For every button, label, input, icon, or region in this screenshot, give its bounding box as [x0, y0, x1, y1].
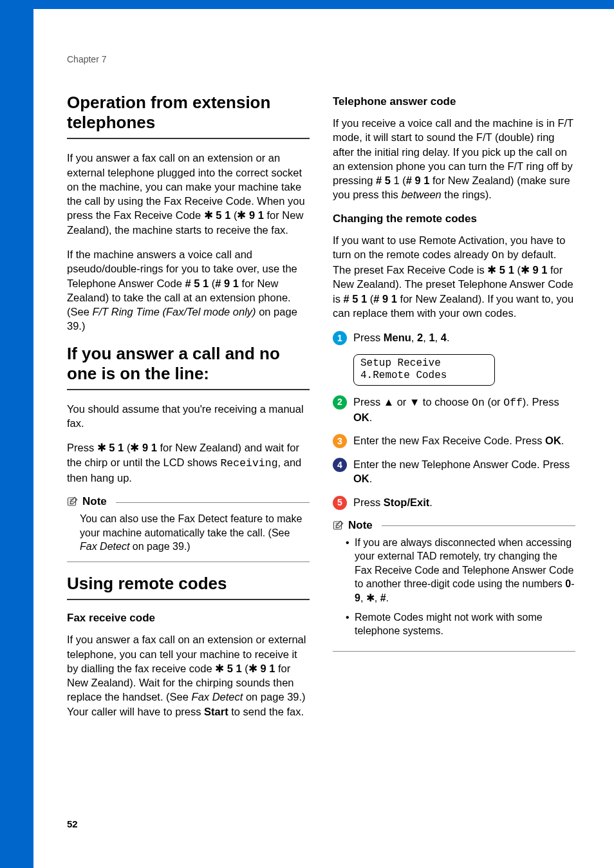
- t: Press: [353, 332, 384, 343]
- t: 9: [355, 592, 360, 603]
- heading-answer-call: If you answer a call and no one is on th…: [67, 344, 310, 384]
- subhead-fax-receive: Fax receive code: [67, 612, 310, 625]
- page-number: 52: [67, 818, 78, 829]
- t: ). Press: [523, 396, 559, 408]
- para-op-1: If you answer a fax call on an extension…: [67, 151, 310, 237]
- para-ans-1: You should assume that you're receiving …: [67, 402, 310, 431]
- lcd-line-1: Setup Receive: [360, 357, 488, 370]
- lcd-display: Setup Receive 4.Remote Codes: [353, 354, 495, 385]
- t: 9 1: [139, 442, 157, 453]
- star-icon: ✱: [97, 442, 106, 453]
- step-text: Enter the new Fax Receive Code. Press OK…: [353, 433, 575, 448]
- step-number-icon: 5: [333, 496, 347, 510]
- rule: [333, 651, 575, 652]
- note-label: Note: [82, 495, 107, 508]
- para-op-2: If the machine answers a voice call and …: [67, 247, 310, 334]
- note-body: You can also use the Fax Detect feature …: [67, 508, 310, 559]
- t: 1: [429, 332, 434, 343]
- step-number-icon: 3: [333, 434, 347, 448]
- t: If you are always disconnected when acce…: [355, 537, 573, 590]
- t: ,: [375, 592, 380, 603]
- t: 9 1: [246, 209, 264, 221]
- star-icon: ✱: [130, 442, 139, 453]
- step-text: Press ▲ or ▼ to choose On (or Off). Pres…: [353, 395, 575, 425]
- step-text: Press Stop/Exit.: [353, 495, 575, 509]
- t: You can also use the Fax Detect feature …: [80, 513, 302, 538]
- t: # 5: [376, 175, 391, 186]
- rule: [67, 389, 310, 390]
- note-head: Note: [67, 495, 310, 508]
- step-number-icon: 1: [333, 331, 347, 345]
- star-icon: ✱: [248, 663, 257, 674]
- t: ,: [360, 592, 366, 603]
- subhead-tel-answer: Telephone answer code: [333, 95, 575, 108]
- t: #: [380, 592, 386, 603]
- t: .: [386, 592, 389, 603]
- t: ,: [435, 332, 441, 343]
- t: # 9 1: [406, 175, 430, 186]
- note-block: Note If you are always disconnected when…: [333, 519, 575, 652]
- t: ,: [423, 332, 429, 343]
- t: On: [492, 249, 505, 261]
- t: Receiving: [220, 457, 277, 469]
- para-fax-rc: If you answer a fax call on an extension…: [67, 632, 310, 719]
- note-line: [382, 525, 575, 526]
- t: Enter the new Telephone Answer Code. Pre…: [353, 458, 570, 470]
- t: .: [429, 496, 433, 508]
- step-5: 5 Press Stop/Exit.: [333, 495, 575, 510]
- t: .: [447, 332, 450, 343]
- right-column: Telephone answer code If you receive a v…: [333, 93, 575, 729]
- star-icon: ✱: [487, 264, 496, 276]
- columns: Operation from extension telephones If y…: [67, 93, 575, 729]
- t: 5 1: [496, 264, 514, 276]
- t: # 5 1: [344, 293, 367, 305]
- step-4: 4 Enter the new Telephone Answer Code. P…: [333, 457, 575, 486]
- t: Fax Detect: [80, 541, 129, 552]
- t: (: [367, 293, 373, 305]
- t: the rings).: [442, 189, 492, 200]
- t: 0: [565, 578, 571, 589]
- star-icon: ✱: [521, 264, 530, 276]
- page: Chapter 7 Operation from extension telep…: [0, 0, 614, 868]
- lcd-line-2: 4.Remote Codes: [360, 370, 488, 382]
- t: (: [209, 278, 215, 289]
- t: .: [369, 411, 373, 423]
- note-label: Note: [348, 519, 373, 532]
- t: to send the fax.: [228, 706, 304, 717]
- step-text: Press Menu, 2, 1, 4.: [353, 330, 575, 344]
- step-1: 1 Press Menu, 2, 1, 4.: [333, 330, 575, 345]
- t: # 9 1: [215, 278, 239, 289]
- t: OK: [353, 411, 369, 423]
- step-2: 2 Press ▲ or ▼ to choose On (or Off). Pr…: [333, 395, 575, 425]
- t: Stop/Exit: [384, 496, 430, 508]
- star-icon: ✱: [215, 663, 224, 674]
- rule: [67, 138, 310, 139]
- t: 4: [441, 332, 447, 343]
- para-change: If you want to use Remote Activation, yo…: [333, 233, 575, 321]
- t: 5 1: [224, 663, 242, 674]
- t: 1 (: [391, 175, 406, 186]
- t: between: [401, 189, 441, 200]
- t: Menu: [384, 332, 411, 343]
- note-head: Note: [333, 519, 575, 532]
- t: Start: [204, 706, 228, 717]
- t: (: [124, 442, 130, 453]
- t: Fax Detect: [192, 691, 243, 703]
- step-text: Enter the new Telephone Answer Code. Pre…: [353, 457, 575, 486]
- para-ans-2: Press ✱ 5 1 (✱ 9 1 for New Zealand) and …: [67, 440, 310, 485]
- note-body: If you are always disconnected when acce…: [333, 532, 575, 648]
- note-line: [116, 502, 310, 503]
- step-number-icon: 2: [333, 395, 347, 410]
- t: 5 1: [213, 209, 231, 221]
- t: (: [230, 209, 237, 221]
- t: Press: [353, 496, 384, 508]
- t: Enter the new Fax Receive Code. Press: [353, 435, 545, 446]
- star-icon: ✱: [204, 209, 213, 221]
- t: # 9 1: [373, 293, 397, 305]
- t: ,: [411, 332, 417, 343]
- t: on page 39.): [129, 541, 190, 552]
- t: .: [561, 435, 564, 446]
- t: F/T Ring Time (Fax/Tel mode only): [92, 306, 256, 317]
- star-icon: ✱: [366, 592, 375, 603]
- heading-remote-codes: Using remote codes: [67, 574, 310, 594]
